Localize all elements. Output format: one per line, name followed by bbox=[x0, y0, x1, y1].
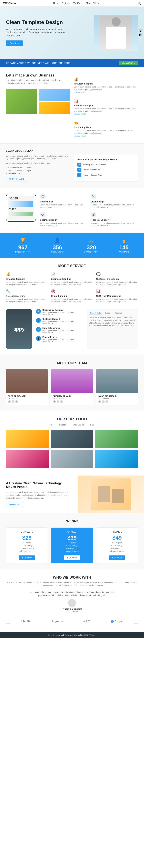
portfolio-grid bbox=[6, 430, 138, 468]
cta-text: A Creative Clean! Where Technology Moves… bbox=[0, 475, 78, 513]
app-card-title-0: Ready Level bbox=[40, 200, 87, 203]
app-tab-0[interactable]: Perfect Code bbox=[89, 311, 102, 315]
social-tw-2[interactable]: t bbox=[102, 400, 105, 403]
team-card-1: JHON MY REMARK CEO/Founder f t in bbox=[51, 369, 93, 405]
social-fb-2[interactable]: f bbox=[98, 400, 101, 403]
svc-desc-4: Lorem ipsum dolor sit amet, consectetur … bbox=[51, 298, 93, 303]
pricing-section: PRICING Standard $29 10 Projects 20 GB S… bbox=[0, 513, 144, 569]
partner-logo-0: ß builtin bbox=[21, 620, 31, 623]
af-icon-0: ⭐ bbox=[36, 309, 41, 314]
banner: CREATE YOUR OWN BUSINESS WITH OUR SUPPOR… bbox=[0, 59, 144, 67]
af-row-1: 👤 Customer Support Lorem ipsum dolor sit… bbox=[36, 318, 83, 324]
phone-chart-2 bbox=[9, 212, 33, 216]
business-subtitle: Lorem ipsum dolor sit amet, consectetur … bbox=[6, 79, 70, 85]
nav-widget[interactable]: Widget bbox=[94, 2, 100, 4]
team-socials-1: f t in bbox=[53, 400, 91, 403]
nav-links: Home Features WordPress Shop Widget bbox=[53, 2, 100, 4]
social-fb-1[interactable]: f bbox=[53, 400, 56, 403]
pricing-btn-1[interactable]: BUY NOW bbox=[64, 555, 80, 560]
partner-logos: ß builtin Ingredis ≋FIT 🔵 Drupal bbox=[10, 617, 134, 626]
app-card-desc-1: Lorem ipsum dolor sit amet, consectetur … bbox=[91, 204, 138, 209]
svc-item-1: 📈 Business Branding Lorem ipsum dolor si… bbox=[51, 272, 93, 286]
ptab-2[interactable]: Web Design bbox=[71, 423, 85, 427]
nav-wordpress[interactable]: WordPress bbox=[73, 2, 83, 4]
more-details-button[interactable]: MORE DETAILS bbox=[6, 177, 27, 181]
team-photo-2 bbox=[96, 369, 138, 393]
stat-number-1: 356 bbox=[51, 244, 64, 251]
hero-text: Clean Template Design We are a creative … bbox=[6, 19, 70, 46]
pricing-feature-0-1: 20 GB Storage bbox=[9, 545, 44, 547]
nav-home[interactable]: Home bbox=[53, 2, 59, 4]
svc-item-0: 💰 Financial Support Lorem ipsum dolor si… bbox=[6, 272, 48, 286]
af-icon-3: 📱 bbox=[36, 336, 41, 341]
hero-image bbox=[94, 14, 138, 51]
wp-feature-text-2: Awesome Support Team bbox=[83, 174, 102, 176]
learn-more-1[interactable]: LEARN MORE bbox=[74, 113, 86, 115]
app-card-desc-2: Lorem ipsum dolor sit amet, consectetur … bbox=[40, 222, 87, 227]
app-showcase-section: appy ⭐ Documented Features Lorem ipsum d… bbox=[0, 309, 144, 355]
service-title-0: Financial Support bbox=[74, 83, 138, 85]
learn-more-0[interactable]: LEARN MORE bbox=[74, 91, 86, 93]
stat-1: 👤 356 Happy Clients bbox=[51, 238, 64, 253]
ptab-0[interactable]: All bbox=[48, 423, 53, 427]
social-tw-1[interactable]: t bbox=[57, 400, 60, 403]
app-phone: appy bbox=[6, 309, 32, 349]
service-card-1: 📊 Business Analysis Lorem ipsum dolor si… bbox=[74, 99, 138, 115]
search-icon[interactable]: 🔍 bbox=[137, 2, 141, 5]
ptab-1[interactable]: Branding bbox=[57, 423, 68, 427]
hero-next-btn[interactable]: ▶ bbox=[139, 33, 142, 36]
social-in-2[interactable]: in bbox=[105, 400, 108, 403]
learn-title: LEARN ABOUT CLEAN bbox=[6, 150, 138, 152]
hero-download-button[interactable]: Download bbox=[6, 40, 23, 46]
phone-chart-1 bbox=[9, 201, 33, 207]
hero-prev-btn[interactable]: ◀ bbox=[139, 29, 142, 32]
service-title-1: Business Analysis bbox=[74, 104, 138, 107]
af-title-0: Documented Features bbox=[42, 309, 83, 311]
partners-next-button[interactable]: › bbox=[134, 619, 138, 623]
app-card-3: 💰 Financial Support Lorem ipsum dolor si… bbox=[91, 212, 138, 227]
team-card-2: JO SD P.M REMARK CEO/Founder f t in bbox=[96, 369, 138, 405]
social-fb-0[interactable]: f bbox=[8, 400, 11, 403]
social-in-0[interactable]: in bbox=[15, 400, 18, 403]
feature-item-0: Awesome Customer Support bbox=[6, 166, 70, 169]
pricing-btn-2[interactable]: BUY NOW bbox=[109, 555, 125, 560]
svc-icon-2: 💬 bbox=[96, 272, 138, 277]
svc-desc-3: Lorem ipsum dolor sit amet, consectetur … bbox=[6, 298, 48, 303]
svc-desc-5: Lorem ipsum dolor sit amet, consectetur … bbox=[96, 298, 138, 303]
pricing-btn-0[interactable]: BUY NOW bbox=[19, 555, 35, 560]
app-tab-2[interactable]: Features bbox=[114, 311, 123, 315]
financial-icon: 💰 bbox=[74, 77, 138, 82]
learn-more-2[interactable]: LEARN MORE bbox=[74, 135, 86, 137]
team-title: MEET OUR TEAM bbox=[6, 361, 138, 365]
app-name: appy bbox=[13, 326, 25, 332]
app-card-title-2: Business Result bbox=[40, 219, 87, 221]
ptab-3[interactable]: Blog bbox=[88, 423, 96, 427]
pricing-feature-2-1: 50 GB Storage bbox=[100, 545, 135, 547]
social-tw-0[interactable]: t bbox=[11, 400, 14, 403]
af-row-3: 📱 Made with love Lorem ipsum dolor sit a… bbox=[36, 336, 83, 343]
social-in-1[interactable]: in bbox=[60, 400, 63, 403]
svc-title-0: Financial Support bbox=[6, 278, 48, 280]
stat-icon-0: 🏆 bbox=[15, 238, 31, 243]
get-quote-button[interactable]: GET A QUOTE bbox=[119, 61, 138, 65]
pricing-feature-1-1: 30 GB Storage bbox=[55, 545, 89, 547]
app-card-2: 📢 Business Result Lorem ipsum dolor sit … bbox=[40, 212, 87, 227]
feature-item-1: Advanced Reports & Insights bbox=[6, 169, 70, 172]
phone-screen: 35,385 2,125 bbox=[8, 196, 34, 220]
cta-button[interactable]: FIND MORE bbox=[6, 502, 23, 507]
nav-features[interactable]: Features bbox=[61, 2, 70, 4]
pricing-price-0: $29 bbox=[9, 535, 44, 541]
af-title-1: Customer Support bbox=[42, 318, 83, 320]
pricing-title: PRICING bbox=[6, 519, 138, 523]
af-title-3: Made with love bbox=[42, 336, 83, 338]
app-features-list: ⭐ Documented Features Lorem ipsum dolor … bbox=[36, 309, 83, 349]
wp-feature-text-0: Bootstrap WordPress Theme bbox=[83, 163, 106, 165]
partners-prev-button[interactable]: ‹ bbox=[6, 619, 10, 623]
svc-icon-3: 🔧 bbox=[6, 289, 48, 293]
team-role-0: CEO/Founder bbox=[8, 398, 46, 399]
svc-desc-1: Lorem ipsum dolor sit amet, consectetur … bbox=[51, 281, 93, 286]
app-tab-1[interactable]: Support bbox=[104, 311, 112, 315]
nav-shop[interactable]: Shop bbox=[86, 2, 91, 4]
pricing-grid: Standard $29 10 Projects 20 GB Storage 6… bbox=[6, 527, 138, 563]
pricing-feature-1-0: 70 Projects bbox=[55, 542, 89, 544]
